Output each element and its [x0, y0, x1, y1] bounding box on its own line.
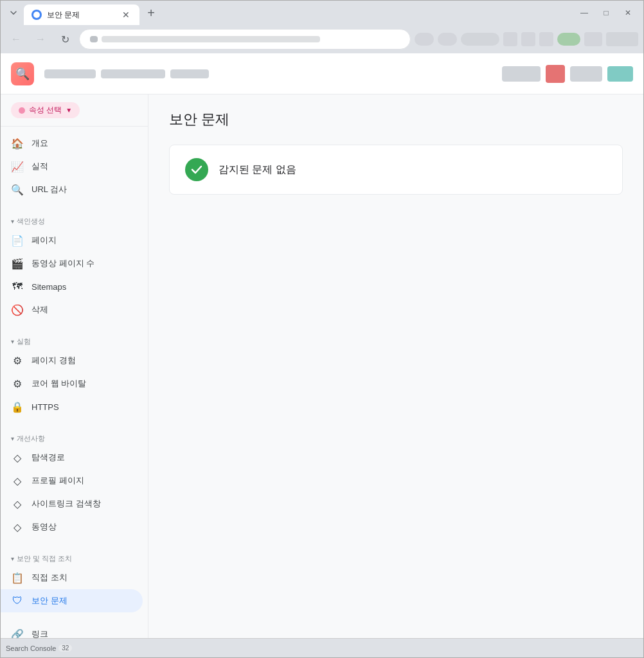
status-card: 감지된 문제 없음 [169, 145, 623, 195]
video-pages-icon: 🎬 [11, 257, 24, 270]
property-badge[interactable]: 속성 선택 ▼ [11, 102, 80, 118]
browser-frame: 보안 문제 ✕ + — □ ✕ ← → ↻ [0, 0, 644, 658]
enhancements-section-collapse-arrow: ▾ [11, 435, 14, 442]
tab-dropdown-button[interactable] [6, 5, 21, 21]
window-controls: — □ ✕ [574, 5, 638, 21]
maximize-button[interactable]: □ [596, 5, 616, 21]
sidebar-item-manual-actions-label: 직접 조치 [31, 572, 67, 583]
video-icon: ◇ [11, 520, 24, 533]
sidebar-item-performance[interactable]: 📈 실적 [1, 155, 143, 178]
enhancements-section: ▾ 개선사항 ◇ 탐색경로 ◇ 프로필 페이지 ◇ 사이트링크 검색창 ◇ [1, 423, 148, 544]
sidebar-item-core-web-vitals-label: 코어 웹 바이탈 [31, 378, 86, 389]
property-chevron: ▼ [66, 107, 72, 114]
sidebar-item-sitemaps[interactable]: 🗺 Sitemaps [1, 275, 143, 298]
top-nav-section: 🏠 개요 📈 실적 🔍 URL 검사 [1, 127, 148, 206]
section-collapse-arrow: ▾ [11, 218, 14, 225]
property-selector[interactable]: 속성 선택 ▼ [1, 94, 148, 127]
taskbar-count: 32 [58, 645, 72, 652]
taskbar-search-console[interactable]: Search Console 32 [6, 645, 72, 652]
header-blur-1 [44, 69, 96, 78]
reload-button[interactable]: ↻ [55, 29, 75, 49]
sidebar-item-video-pages-label: 동영상 페이지 수 [31, 258, 94, 269]
security-section-label: 보안 및 직접 조치 [17, 554, 72, 564]
tab-favicon-inner [33, 12, 40, 18]
sidebar-item-security-issues-label: 보안 문제 [31, 595, 67, 607]
sidebar-item-breadcrumbs[interactable]: ◇ 탐색경로 [1, 446, 143, 469]
tab-close-button[interactable]: ✕ [120, 9, 132, 21]
indexing-section-header[interactable]: ▾ 색인생성 [1, 211, 148, 229]
sidebar-item-links-label: 링크 [31, 628, 48, 638]
app-logo: 🔍 [11, 62, 34, 85]
taskbar: Search Console 32 [1, 638, 643, 657]
sidebar-item-security-issues[interactable]: 🛡 보안 문제 [1, 589, 143, 612]
sidebar-item-https[interactable]: 🔒 HTTPS [1, 395, 143, 418]
experience-section-header[interactable]: ▾ 실험 [1, 332, 148, 349]
core-web-vitals-icon: ⚙ [11, 377, 24, 390]
minimize-button[interactable]: — [574, 5, 595, 21]
chevron-down-icon [10, 9, 17, 17]
property-dot [19, 107, 25, 114]
sidebar-item-pages[interactable]: 📄 페이지 [1, 229, 143, 252]
sidebar-item-overview[interactable]: 🏠 개요 [1, 132, 143, 155]
sidebar-item-url-inspection[interactable]: 🔍 URL 검사 [1, 178, 143, 201]
sidebar-item-manual-actions[interactable]: 📋 직접 조치 [1, 566, 143, 589]
tab-favicon [31, 10, 42, 20]
enhancements-section-header[interactable]: ▾ 개선사항 [1, 429, 148, 446]
header-right-blur-1 [502, 66, 541, 82]
sidebar-item-page-experience[interactable]: ⚙ 페이지 경험 [1, 349, 143, 372]
checkmark-icon [190, 163, 204, 177]
sidebar-item-core-web-vitals[interactable]: ⚙ 코어 웹 바이탈 [1, 372, 143, 395]
sidebar-item-links[interactable]: 🔗 링크 [1, 623, 143, 638]
toolbar-actions [415, 32, 638, 46]
sidebar-item-video[interactable]: ◇ 동영상 [1, 515, 143, 538]
forward-button[interactable]: → [30, 29, 51, 49]
property-name: 속성 선택 [29, 105, 62, 116]
security-section: ▾ 보안 및 직접 조치 📋 직접 조치 🛡 보안 문제 [1, 544, 148, 618]
removals-icon: 🚫 [11, 303, 24, 316]
app-header-center [44, 69, 209, 78]
status-message: 감지된 문제 없음 [219, 163, 296, 177]
sidebar-item-video-pages[interactable]: 🎬 동영상 페이지 수 [1, 252, 143, 275]
security-section-header[interactable]: ▾ 보안 및 직접 조치 [1, 549, 148, 566]
sidebar-item-profile-pages[interactable]: ◇ 프로필 페이지 [1, 469, 143, 492]
header-right-blur-3 [570, 66, 602, 82]
search-icon: 🔍 [11, 183, 24, 196]
sidebar-item-removals[interactable]: 🚫 삭제 [1, 298, 143, 321]
new-tab-button[interactable]: + [142, 4, 160, 22]
sidebar-item-sitemaps-label: Sitemaps [31, 282, 66, 292]
active-tab[interactable]: 보안 문제 ✕ [24, 4, 139, 25]
profile-pages-icon: ◇ [11, 474, 24, 487]
sidebar-item-pages-label: 페이지 [31, 235, 57, 246]
sidebar-item-sitelinks-searchbox[interactable]: ◇ 사이트링크 검색창 [1, 492, 143, 515]
sidebar-item-breadcrumbs-label: 탐색경로 [31, 452, 65, 463]
sidebar-item-sitelinks-searchbox-label: 사이트링크 검색창 [31, 498, 101, 510]
header-blur-2 [101, 69, 165, 78]
experience-section-label: 실험 [17, 337, 31, 346]
title-bar-left: 보안 문제 ✕ + [6, 3, 160, 23]
pages-icon: 📄 [11, 234, 24, 247]
sitelinks-searchbox-icon: ◇ [11, 497, 24, 510]
security-section-collapse-arrow: ▾ [11, 555, 14, 562]
breadcrumbs-icon: ◇ [11, 451, 24, 464]
app-header: 🔍 [1, 53, 643, 94]
sidebar: 속성 선택 ▼ 🏠 개요 📈 실적 🔍 URL 검사 [1, 94, 148, 638]
sidebar-item-video-label: 동영상 [31, 521, 57, 533]
lock-icon: 🔒 [11, 400, 24, 413]
sidebar-item-performance-label: 실적 [31, 161, 48, 172]
header-right [502, 65, 633, 83]
chart-icon: 📈 [11, 160, 24, 173]
back-button[interactable]: ← [6, 29, 26, 49]
sidebar-item-page-experience-label: 페이지 경험 [31, 355, 76, 366]
shield-icon: 🛡 [11, 594, 24, 607]
app-logo-icon: 🔍 [11, 62, 34, 85]
sidebar-item-profile-pages-label: 프로필 페이지 [31, 475, 84, 486]
taskbar-label: Search Console [6, 645, 56, 652]
address-bar[interactable] [79, 29, 411, 49]
tab-title: 보안 문제 [47, 10, 115, 21]
close-button[interactable]: ✕ [618, 5, 638, 21]
status-success-icon [185, 158, 208, 181]
manual-actions-icon: 📋 [11, 571, 24, 584]
experience-section: ▾ 실험 ⚙ 페이지 경험 ⚙ 코어 웹 바이탈 🔒 HTTPS [1, 326, 148, 423]
header-right-blur-2 [546, 65, 565, 83]
indexing-section-label: 색인생성 [17, 217, 45, 226]
